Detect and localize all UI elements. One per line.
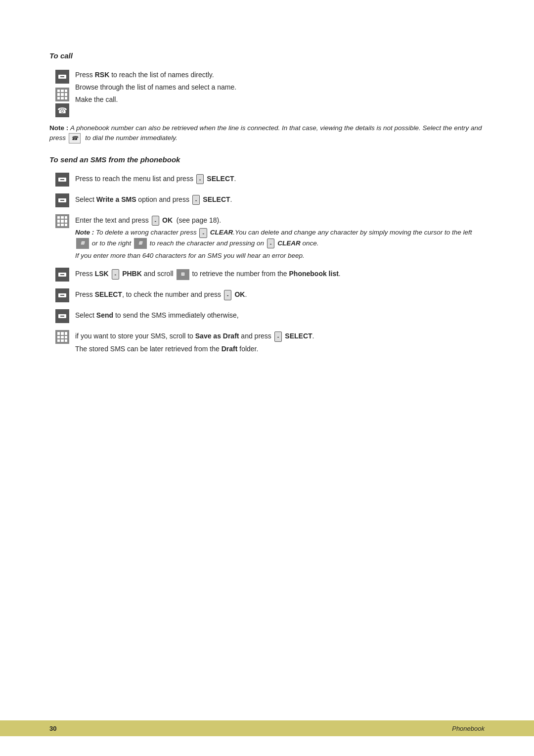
svg-rect-7 [60, 274, 64, 275]
sms-step5-row: Press SELECT, to check the number and pr… [49, 287, 485, 304]
sms-step6-line: Select Send to send the SMS immediately … [75, 310, 485, 321]
svg-rect-1 [60, 76, 64, 77]
sms-step3-text: Enter the text and press - OK (see page … [75, 213, 485, 263]
to-send-sms-section: To send an SMS from the phonebook Press … [49, 155, 485, 356]
to-call-text-column: Press RSK to reach the list of names dir… [75, 68, 485, 117]
clear-key-icon-1: - [199, 228, 207, 238]
to-send-sms-title: To send an SMS from the phonebook [49, 155, 485, 164]
scroll-grid-icon-2 [55, 214, 69, 228]
sms-step2-line: Select Write a SMS option and press - SE… [75, 194, 485, 205]
to-call-title: To call [49, 51, 485, 60]
page-number: 30 [49, 725, 56, 732]
lsk-key-icon: - [112, 269, 120, 280]
sms-step6-text: Select Send to send the SMS immediately … [75, 308, 485, 323]
sms-step2-icon [49, 192, 75, 209]
scroll-grid-icon-7 [55, 330, 69, 344]
sms-step7-line2: The stored SMS can be later retrieved fr… [75, 344, 485, 354]
sms-step6-icon [49, 308, 75, 325]
sms-step6-row: Select Send to send the SMS immediately … [49, 308, 485, 325]
nav-right-icon: ⊞ [134, 238, 147, 249]
sms-step3-line: Enter the text and press - OK (see page … [75, 215, 485, 226]
key-icon-1 [55, 173, 69, 187]
sms-step1-icon [49, 172, 75, 189]
sms-step5-icon [49, 287, 75, 304]
to-call-icons: ☎ [49, 68, 75, 117]
sms-step2-text: Select Write a SMS option and press - SE… [75, 192, 485, 207]
sms-step3-note: Note : To delete a wrong character press… [75, 228, 485, 249]
bottom-bar: 30 Phonebook [0, 720, 534, 736]
svg-rect-9 [60, 295, 64, 296]
key-icon-6 [55, 309, 69, 323]
sms-step3-icon [49, 213, 75, 228]
sms-step1-text: Press to reach the menu list and press -… [75, 172, 485, 187]
page-section: Phonebook [452, 725, 485, 732]
scroll-icon-inline-4: ⊞ [177, 269, 189, 280]
select-key-icon-2: - [192, 195, 200, 205]
select-key-icon-7: - [274, 331, 282, 342]
sms-step5-text: Press SELECT, to check the number and pr… [75, 287, 485, 302]
sms-step2-row: Select Write a SMS option and press - SE… [49, 192, 485, 209]
ok-key-icon: - [152, 216, 160, 226]
svg-rect-5 [60, 200, 64, 201]
to-call-step2: Browse through the list of names and sel… [75, 82, 485, 93]
svg-rect-3 [60, 179, 64, 180]
sms-step7-text: if you want to store your SMS, scroll to… [75, 329, 485, 356]
sms-step1-row: Press to reach the menu list and press -… [49, 172, 485, 189]
phone-icon: ☎ [55, 103, 69, 117]
sms-step1-line: Press to reach the menu list and press -… [75, 174, 485, 185]
sms-step4-icon [49, 267, 75, 284]
sms-step5-line: Press SELECT, to check the number and pr… [75, 289, 485, 300]
sms-step3-row: Enter the text and press - OK (see page … [49, 213, 485, 263]
sms-step7-icon [49, 329, 75, 344]
sms-step4-row: Press LSK - PHBK and scroll ⊞ to retriev… [49, 267, 485, 284]
sms-step3-640: If you enter more than 640 characters fo… [75, 251, 485, 261]
select-key-icon-1: - [196, 174, 204, 185]
sms-step7-row: if you want to store your SMS, scroll to… [49, 329, 485, 356]
to-call-section: To call ☎ Press RSK to reach the list of… [49, 51, 485, 143]
sms-step7-line: if you want to store your SMS, scroll to… [75, 331, 485, 342]
clear-key-icon-2: - [267, 238, 275, 249]
scroll-grid-icon [55, 88, 69, 101]
to-call-steps-group: ☎ Press RSK to reach the list of names d… [49, 68, 485, 117]
to-call-step1: Press RSK to reach the list of names dir… [75, 70, 485, 80]
to-call-step3: Make the call. [75, 94, 485, 105]
key-icon-5 [55, 288, 69, 302]
call-icon-inline: ☎ [69, 133, 81, 143]
to-call-note: Note : A phonebook number can also be re… [49, 123, 485, 143]
sms-step4-line: Press LSK - PHBK and scroll ⊞ to retriev… [75, 269, 485, 280]
svg-rect-11 [60, 316, 64, 317]
page-container: To call ☎ Press RSK to reach the list of… [0, 0, 534, 756]
rsk-key-icon [55, 70, 69, 84]
nav-left-icon: ⊞ [76, 238, 89, 249]
ok-key-icon-5: - [224, 290, 232, 300]
key-icon-4 [55, 268, 69, 282]
sms-step4-text: Press LSK - PHBK and scroll ⊞ to retriev… [75, 267, 485, 282]
key-icon-2 [55, 193, 69, 207]
